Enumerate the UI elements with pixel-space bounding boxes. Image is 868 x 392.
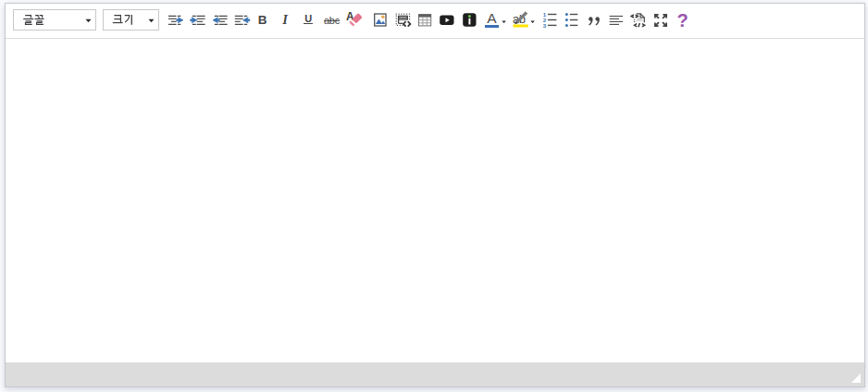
svg-text:3: 3 [543,22,547,29]
